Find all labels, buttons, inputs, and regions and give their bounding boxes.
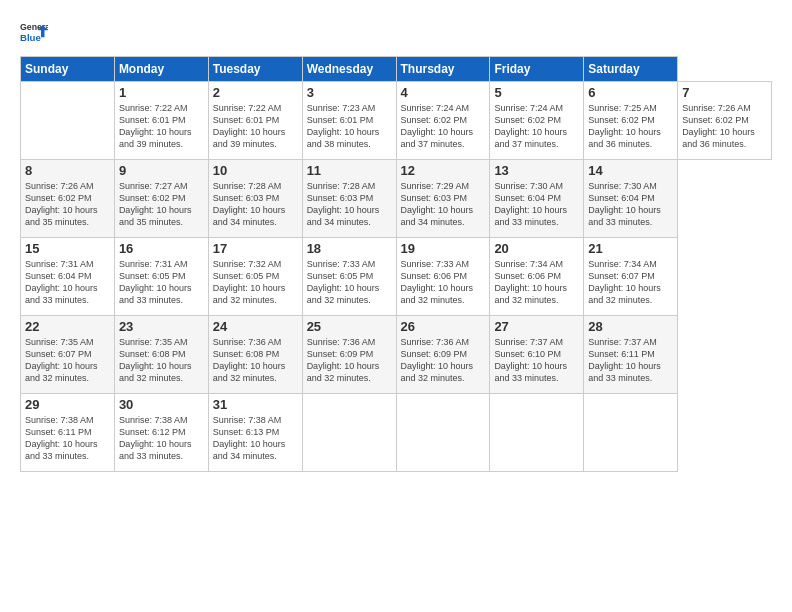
week-row-5: 29Sunrise: 7:38 AMSunset: 6:11 PMDayligh…: [21, 394, 772, 472]
week-row-1: 1Sunrise: 7:22 AMSunset: 6:01 PMDaylight…: [21, 82, 772, 160]
calendar-cell: 22Sunrise: 7:35 AMSunset: 6:07 PMDayligh…: [21, 316, 115, 394]
calendar-cell: [396, 394, 490, 472]
day-number: 26: [401, 319, 486, 334]
day-info: Sunrise: 7:27 AMSunset: 6:02 PMDaylight:…: [119, 181, 192, 227]
calendar-cell: 16Sunrise: 7:31 AMSunset: 6:05 PMDayligh…: [114, 238, 208, 316]
day-number: 21: [588, 241, 673, 256]
day-info: Sunrise: 7:36 AMSunset: 6:09 PMDaylight:…: [401, 337, 474, 383]
day-header-friday: Friday: [490, 57, 584, 82]
calendar-cell: 18Sunrise: 7:33 AMSunset: 6:05 PMDayligh…: [302, 238, 396, 316]
calendar-cell: 19Sunrise: 7:33 AMSunset: 6:06 PMDayligh…: [396, 238, 490, 316]
day-number: 20: [494, 241, 579, 256]
calendar-cell: 10Sunrise: 7:28 AMSunset: 6:03 PMDayligh…: [208, 160, 302, 238]
day-info: Sunrise: 7:34 AMSunset: 6:07 PMDaylight:…: [588, 259, 661, 305]
day-info: Sunrise: 7:35 AMSunset: 6:08 PMDaylight:…: [119, 337, 192, 383]
day-info: Sunrise: 7:31 AMSunset: 6:04 PMDaylight:…: [25, 259, 98, 305]
calendar-cell: 29Sunrise: 7:38 AMSunset: 6:11 PMDayligh…: [21, 394, 115, 472]
logo-icon: General Blue: [20, 18, 48, 46]
day-info: Sunrise: 7:36 AMSunset: 6:08 PMDaylight:…: [213, 337, 286, 383]
day-info: Sunrise: 7:26 AMSunset: 6:02 PMDaylight:…: [682, 103, 755, 149]
calendar-cell: 15Sunrise: 7:31 AMSunset: 6:04 PMDayligh…: [21, 238, 115, 316]
day-header-monday: Monday: [114, 57, 208, 82]
day-number: 14: [588, 163, 673, 178]
day-header-wednesday: Wednesday: [302, 57, 396, 82]
day-info: Sunrise: 7:22 AMSunset: 6:01 PMDaylight:…: [119, 103, 192, 149]
calendar-cell: 21Sunrise: 7:34 AMSunset: 6:07 PMDayligh…: [584, 238, 678, 316]
day-number: 16: [119, 241, 204, 256]
calendar-cell: 4Sunrise: 7:24 AMSunset: 6:02 PMDaylight…: [396, 82, 490, 160]
day-info: Sunrise: 7:33 AMSunset: 6:06 PMDaylight:…: [401, 259, 474, 305]
day-number: 2: [213, 85, 298, 100]
calendar-cell: 31Sunrise: 7:38 AMSunset: 6:13 PMDayligh…: [208, 394, 302, 472]
day-header-sunday: Sunday: [21, 57, 115, 82]
week-row-2: 8Sunrise: 7:26 AMSunset: 6:02 PMDaylight…: [21, 160, 772, 238]
day-info: Sunrise: 7:29 AMSunset: 6:03 PMDaylight:…: [401, 181, 474, 227]
calendar-cell: 25Sunrise: 7:36 AMSunset: 6:09 PMDayligh…: [302, 316, 396, 394]
day-number: 17: [213, 241, 298, 256]
calendar-cell: 9Sunrise: 7:27 AMSunset: 6:02 PMDaylight…: [114, 160, 208, 238]
day-header-thursday: Thursday: [396, 57, 490, 82]
calendar-cell: 6Sunrise: 7:25 AMSunset: 6:02 PMDaylight…: [584, 82, 678, 160]
calendar-cell: 23Sunrise: 7:35 AMSunset: 6:08 PMDayligh…: [114, 316, 208, 394]
day-header-tuesday: Tuesday: [208, 57, 302, 82]
day-number: 6: [588, 85, 673, 100]
day-number: 8: [25, 163, 110, 178]
day-number: 13: [494, 163, 579, 178]
day-number: 30: [119, 397, 204, 412]
header-row: SundayMondayTuesdayWednesdayThursdayFrid…: [21, 57, 772, 82]
day-info: Sunrise: 7:30 AMSunset: 6:04 PMDaylight:…: [494, 181, 567, 227]
day-number: 11: [307, 163, 392, 178]
day-number: 15: [25, 241, 110, 256]
calendar-cell: 24Sunrise: 7:36 AMSunset: 6:08 PMDayligh…: [208, 316, 302, 394]
day-info: Sunrise: 7:28 AMSunset: 6:03 PMDaylight:…: [213, 181, 286, 227]
day-number: 9: [119, 163, 204, 178]
header: General Blue: [20, 18, 772, 46]
day-number: 29: [25, 397, 110, 412]
day-info: Sunrise: 7:30 AMSunset: 6:04 PMDaylight:…: [588, 181, 661, 227]
calendar-cell: 30Sunrise: 7:38 AMSunset: 6:12 PMDayligh…: [114, 394, 208, 472]
day-number: 10: [213, 163, 298, 178]
day-number: 22: [25, 319, 110, 334]
day-number: 23: [119, 319, 204, 334]
logo: General Blue: [20, 18, 48, 46]
calendar-cell: [584, 394, 678, 472]
day-number: 18: [307, 241, 392, 256]
day-info: Sunrise: 7:38 AMSunset: 6:12 PMDaylight:…: [119, 415, 192, 461]
day-info: Sunrise: 7:35 AMSunset: 6:07 PMDaylight:…: [25, 337, 98, 383]
day-number: 5: [494, 85, 579, 100]
calendar-cell: 8Sunrise: 7:26 AMSunset: 6:02 PMDaylight…: [21, 160, 115, 238]
day-info: Sunrise: 7:31 AMSunset: 6:05 PMDaylight:…: [119, 259, 192, 305]
day-info: Sunrise: 7:36 AMSunset: 6:09 PMDaylight:…: [307, 337, 380, 383]
day-number: 24: [213, 319, 298, 334]
calendar-cell: 27Sunrise: 7:37 AMSunset: 6:10 PMDayligh…: [490, 316, 584, 394]
svg-text:Blue: Blue: [20, 32, 41, 43]
week-row-3: 15Sunrise: 7:31 AMSunset: 6:04 PMDayligh…: [21, 238, 772, 316]
calendar-cell: 1Sunrise: 7:22 AMSunset: 6:01 PMDaylight…: [114, 82, 208, 160]
calendar-cell: 3Sunrise: 7:23 AMSunset: 6:01 PMDaylight…: [302, 82, 396, 160]
calendar-cell: 26Sunrise: 7:36 AMSunset: 6:09 PMDayligh…: [396, 316, 490, 394]
page-container: General Blue SundayMondayTuesdayWednesda…: [0, 0, 792, 482]
calendar-cell: 5Sunrise: 7:24 AMSunset: 6:02 PMDaylight…: [490, 82, 584, 160]
day-number: 28: [588, 319, 673, 334]
day-number: 27: [494, 319, 579, 334]
day-info: Sunrise: 7:23 AMSunset: 6:01 PMDaylight:…: [307, 103, 380, 149]
calendar-cell: 2Sunrise: 7:22 AMSunset: 6:01 PMDaylight…: [208, 82, 302, 160]
day-info: Sunrise: 7:34 AMSunset: 6:06 PMDaylight:…: [494, 259, 567, 305]
day-number: 7: [682, 85, 767, 100]
day-info: Sunrise: 7:32 AMSunset: 6:05 PMDaylight:…: [213, 259, 286, 305]
day-info: Sunrise: 7:37 AMSunset: 6:11 PMDaylight:…: [588, 337, 661, 383]
day-info: Sunrise: 7:26 AMSunset: 6:02 PMDaylight:…: [25, 181, 98, 227]
calendar-cell: 12Sunrise: 7:29 AMSunset: 6:03 PMDayligh…: [396, 160, 490, 238]
calendar-cell: 14Sunrise: 7:30 AMSunset: 6:04 PMDayligh…: [584, 160, 678, 238]
day-number: 25: [307, 319, 392, 334]
calendar-cell: 28Sunrise: 7:37 AMSunset: 6:11 PMDayligh…: [584, 316, 678, 394]
calendar-cell: 13Sunrise: 7:30 AMSunset: 6:04 PMDayligh…: [490, 160, 584, 238]
day-number: 3: [307, 85, 392, 100]
day-info: Sunrise: 7:24 AMSunset: 6:02 PMDaylight:…: [494, 103, 567, 149]
day-info: Sunrise: 7:38 AMSunset: 6:13 PMDaylight:…: [213, 415, 286, 461]
day-number: 1: [119, 85, 204, 100]
day-info: Sunrise: 7:33 AMSunset: 6:05 PMDaylight:…: [307, 259, 380, 305]
calendar-cell: 11Sunrise: 7:28 AMSunset: 6:03 PMDayligh…: [302, 160, 396, 238]
calendar-cell: 7Sunrise: 7:26 AMSunset: 6:02 PMDaylight…: [678, 82, 772, 160]
calendar-cell: 17Sunrise: 7:32 AMSunset: 6:05 PMDayligh…: [208, 238, 302, 316]
